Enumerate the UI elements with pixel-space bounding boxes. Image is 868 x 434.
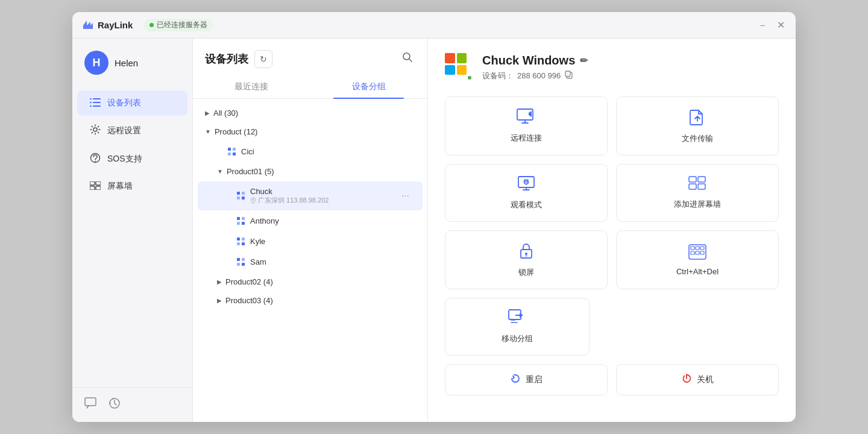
main-content: H Helen 设备列表 远程设置 xyxy=(72,39,796,422)
group-product[interactable]: ▼ Product (12) xyxy=(193,122,427,141)
device-panel-header: 设备列表 ↻ xyxy=(193,39,427,68)
device-panel: 设备列表 ↻ 最近连接 设备分组 ▶ All (30) ▼ Prod xyxy=(193,39,428,422)
device-cici[interactable]: Cici xyxy=(198,142,423,162)
status-dot xyxy=(149,23,154,27)
search-button[interactable] xyxy=(400,49,415,68)
svg-marker-0 xyxy=(83,20,93,29)
device-os-icon xyxy=(445,53,474,82)
svg-rect-14 xyxy=(85,398,96,406)
action-ctrl-alt-del[interactable]: Ctrl+Alt+Del xyxy=(616,230,779,289)
subgroup-product03-arrow: ▶ xyxy=(217,297,222,304)
shutdown-button[interactable]: 关机 xyxy=(616,364,779,395)
remote-connect-icon xyxy=(517,108,536,128)
svg-rect-34 xyxy=(696,251,699,254)
lock-screen-icon xyxy=(518,242,534,262)
file-transfer-icon xyxy=(689,108,706,128)
svg-point-7 xyxy=(93,128,97,131)
subgroup-product03[interactable]: ▶ Product03 (4) xyxy=(193,291,427,310)
restart-label: 重启 xyxy=(526,374,542,385)
group-all-name: All (30) xyxy=(213,108,238,118)
svg-rect-1 xyxy=(93,98,101,99)
group-product-name: Product (12) xyxy=(215,127,258,136)
connection-status: 已经连接服务器 xyxy=(143,19,213,31)
device-anthony-name: Anthony xyxy=(250,216,279,225)
minimize-button[interactable]: － xyxy=(757,20,768,31)
tab-groups[interactable]: 设备分组 xyxy=(310,75,428,98)
action-ctrl-alt-del-label: Ctrl+Alt+Del xyxy=(676,267,719,276)
action-watch-mode-label: 观看模式 xyxy=(511,200,542,210)
device-sam[interactable]: Sam xyxy=(198,252,423,272)
refresh-button[interactable]: ↻ xyxy=(254,50,272,68)
close-button[interactable]: ✕ xyxy=(775,20,786,31)
action-add-screen-wall-label: 添加进屏幕墙 xyxy=(674,199,721,210)
history-button[interactable] xyxy=(108,397,121,412)
svg-rect-24 xyxy=(698,177,705,182)
svg-rect-26 xyxy=(698,184,705,189)
sidebar-item-sos[interactable]: SOS支持 xyxy=(77,145,187,172)
list-icon xyxy=(89,98,101,108)
copy-code-button[interactable] xyxy=(564,70,574,81)
svg-rect-30 xyxy=(691,247,694,250)
action-watch-mode[interactable]: 观看模式 xyxy=(445,164,608,222)
action-move-group[interactable]: 移动分组 xyxy=(445,298,590,356)
group-product-arrow: ▼ xyxy=(205,128,211,135)
sidebar-item-screen-wall[interactable]: 屏幕墙 xyxy=(77,174,187,199)
subgroup-product02-arrow: ▶ xyxy=(217,278,222,285)
device-anthony[interactable]: Anthony xyxy=(198,211,423,231)
action-add-screen-wall[interactable]: 添加进屏幕墙 xyxy=(616,164,779,222)
sidebar-item-label-remote-settings: 远程设置 xyxy=(107,125,141,136)
tabs: 最近连接 设备分组 xyxy=(193,75,427,99)
sidebar-item-label-screen-wall: 屏幕墙 xyxy=(107,181,133,192)
shutdown-icon xyxy=(681,373,692,386)
action-lock-screen-label: 锁屏 xyxy=(518,267,534,278)
action-file-transfer[interactable]: 文件传输 xyxy=(616,96,779,156)
action-remote-connect[interactable]: 远程连接 xyxy=(445,96,608,156)
device-chuck-name: Chuck xyxy=(250,187,393,196)
titlebar: RayLink 已经连接服务器 － ✕ xyxy=(72,12,796,39)
avatar: H xyxy=(84,51,108,75)
svg-rect-5 xyxy=(90,102,92,103)
window-controls: － ✕ xyxy=(757,20,786,31)
subgroup-product01[interactable]: ▼ Product01 (5) xyxy=(193,162,427,181)
chat-button[interactable] xyxy=(84,397,96,412)
sidebar-item-remote-settings[interactable]: 远程设置 xyxy=(77,117,187,144)
device-code-row: 设备码： 288 600 996 xyxy=(482,70,779,81)
screen-wall-icon xyxy=(89,181,101,192)
restart-button[interactable]: 重启 xyxy=(445,364,608,395)
watch-mode-icon xyxy=(517,175,535,195)
status-text: 已经连接服务器 xyxy=(157,20,207,30)
svg-rect-3 xyxy=(93,105,101,107)
tab-recent[interactable]: 最近连接 xyxy=(193,75,310,98)
svg-rect-10 xyxy=(90,181,95,185)
action-file-transfer-label: 文件传输 xyxy=(682,133,713,144)
svg-rect-29 xyxy=(689,245,706,259)
svg-rect-6 xyxy=(90,105,92,107)
move-group-icon xyxy=(508,309,526,329)
subgroup-product02[interactable]: ▶ Product02 (4) xyxy=(193,272,427,291)
sidebar-item-device-list[interactable]: 设备列表 xyxy=(77,90,187,116)
device-kyle[interactable]: Kyle xyxy=(198,231,423,251)
device-online-indicator xyxy=(467,75,473,81)
right-panel: Chuck Windows ✏ 设备码： 288 600 996 xyxy=(428,39,796,422)
sidebar-item-label-device-list: 设备列表 xyxy=(107,98,141,108)
action-move-group-label: 移动分组 xyxy=(502,333,533,344)
action-lock-screen[interactable]: 锁屏 xyxy=(445,230,608,289)
svg-point-17 xyxy=(253,199,254,200)
svg-rect-13 xyxy=(96,186,101,190)
device-chuck[interactable]: Chuck 广东深圳 113.88.98.202 ··· xyxy=(198,181,423,210)
device-chuck-more[interactable]: ··· xyxy=(398,189,413,203)
selected-device-header: Chuck Windows ✏ 设备码： 288 600 996 xyxy=(445,53,779,82)
app-window: RayLink 已经连接服务器 － ✕ H Helen 设备列表 xyxy=(72,12,796,422)
group-all[interactable]: ▶ All (30) xyxy=(193,104,427,122)
svg-rect-23 xyxy=(689,177,696,182)
device-title-area: Chuck Windows ✏ 设备码： 288 600 996 xyxy=(482,54,779,81)
device-sam-name: Sam xyxy=(250,257,266,266)
user-profile: H Helen xyxy=(72,51,192,89)
group-all-arrow: ▶ xyxy=(205,110,210,116)
device-list: ▶ All (30) ▼ Product (12) Cici xyxy=(193,99,427,422)
bottom-action-row: 重启 关机 xyxy=(445,364,779,395)
svg-point-9 xyxy=(95,161,96,162)
edit-device-name-button[interactable]: ✏ xyxy=(580,55,588,66)
svg-rect-19 xyxy=(565,71,570,77)
svg-rect-11 xyxy=(96,181,101,185)
